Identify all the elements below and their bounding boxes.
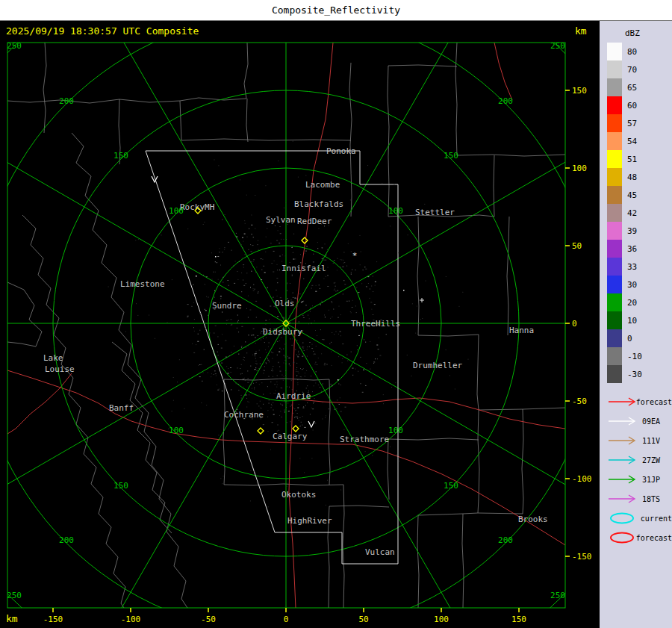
city-label-sylvan: Sylvan <box>266 215 296 225</box>
city-label-threehills: ThreeHills <box>351 319 400 329</box>
city-label-airdrie: Airdrie <box>276 391 311 401</box>
legend-label: forecast <box>635 534 672 542</box>
colorbar-value: 80 <box>622 47 637 57</box>
city-label-lacombe: Lacombe <box>305 180 340 190</box>
legend-ellipse-icon <box>607 530 635 545</box>
colorbar-swatch <box>607 222 622 240</box>
colorbar-swatch <box>607 365 622 383</box>
colorbar-swatch <box>607 276 622 293</box>
bottom-axis-label: 100 <box>434 615 449 624</box>
city-label-okotoks: Okotoks <box>281 490 316 500</box>
county-boundary-line <box>72 133 187 608</box>
colorbar-value: 65 <box>622 83 637 93</box>
city-label-strathmore: Strathmore <box>340 435 389 444</box>
legend-label: current <box>640 514 672 523</box>
legend-label: 27ZW <box>641 456 660 464</box>
legend-item: forecast <box>607 528 672 547</box>
colorbar-swatch <box>607 60 622 78</box>
colorbar-value: 39 <box>622 226 637 236</box>
right-axis-label: -150 <box>572 552 592 562</box>
radar-map-canvas[interactable]: 2025/09/19 18:30:57 UTC Composite km km … <box>0 21 600 628</box>
colorbar-swatch <box>607 311 622 329</box>
site-marker-diamond <box>258 428 264 434</box>
colorbar-value: 54 <box>622 137 637 146</box>
county-boundary-line <box>478 410 523 514</box>
county-boundary-line <box>7 99 180 103</box>
bottom-axis-label: -100 <box>121 615 141 624</box>
colorbar-entry: -10 <box>607 347 672 365</box>
county-boundary-line <box>388 66 494 217</box>
legend-item: 27ZW <box>607 450 672 470</box>
ring-distance-label: 100 <box>169 426 184 435</box>
ring-distance-label: 150 <box>444 481 458 491</box>
city-label-olds: Olds <box>275 299 295 308</box>
legend: forecast09EA111V27ZW31JP18TScurrentforec… <box>607 392 672 547</box>
colorbar-value: 33 <box>622 262 637 272</box>
county-boundary-line <box>329 506 389 507</box>
colorbar-value: 70 <box>622 65 637 75</box>
radar-display-area: 2025/09/19 18:30:57 UTC Composite km km … <box>0 21 600 628</box>
colorbar-entry: 60 <box>607 96 672 114</box>
colorbar-swatch <box>607 240 622 258</box>
ring-distance-label: 250 <box>550 591 565 600</box>
colorbar-swatch <box>607 114 622 132</box>
city-label-hanna: Hanna <box>509 326 534 335</box>
colorbar-swatch <box>607 168 622 186</box>
city-label-limestone: Limestone <box>120 279 165 289</box>
county-boundary-line <box>43 43 46 133</box>
city-label-rockymh: RockyMH <box>180 202 214 212</box>
site-marker-diamond <box>293 426 299 432</box>
colorbar-value: 20 <box>622 298 637 308</box>
colorbar-entry: 80 <box>607 43 672 60</box>
radial-grid-line <box>69 21 286 323</box>
city-label-blackfalds: Blackfalds <box>294 199 343 209</box>
ring-distance-label: 150 <box>444 151 458 161</box>
legend-item: current <box>607 509 672 528</box>
ring-distance-label: 150 <box>113 481 128 491</box>
city-label-calgary: Calgary <box>273 432 308 441</box>
colorbar-value: 36 <box>622 244 637 254</box>
colorbar-entry: 54 <box>607 132 672 150</box>
colorbar-swatch <box>607 132 622 150</box>
city-label-sundre: Sundre <box>212 301 242 311</box>
colorbar-entry: 39 <box>607 222 672 240</box>
colorbar-value: 48 <box>622 172 637 182</box>
colorbar-entry: 45 <box>607 186 672 204</box>
highway-line <box>7 373 72 434</box>
ring-distance-label: 200 <box>498 535 513 545</box>
county-boundary-line <box>462 513 478 608</box>
colorbar-swatch <box>607 204 622 222</box>
colorbar-value: 42 <box>622 208 637 218</box>
colorbar-title: dBZ <box>625 28 672 38</box>
colorbar-entry: 30 <box>607 276 672 293</box>
arrow-symbol <box>308 421 314 427</box>
city-label-louise: Louise <box>45 364 75 374</box>
legend-item: forecast <box>607 392 672 411</box>
county-boundary-line <box>7 282 42 346</box>
county-boundary-line <box>507 217 509 335</box>
right-axis-label: 100 <box>572 164 587 173</box>
bottom-axis-label: 50 <box>358 615 368 624</box>
county-boundary-line <box>417 514 463 608</box>
city-label-didsbury: Didsbury <box>263 327 302 337</box>
colorbar-swatch <box>607 78 622 96</box>
legend-label: 09EA <box>641 417 660 426</box>
city-label-stettler: Stettler <box>415 208 455 217</box>
county-boundary-line <box>343 485 344 608</box>
legend-arrow-icon <box>607 491 641 506</box>
city-label-banff: Banff <box>109 403 134 413</box>
timestamp-label: 2025/09/19 18:30:57 UTC Composite <box>6 25 199 37</box>
ring-distance-label: 200 <box>59 96 74 106</box>
colorbar-entry: 48 <box>607 168 672 186</box>
city-label-lake: Lake <box>43 353 63 363</box>
km-unit-bottom: km <box>6 613 18 624</box>
legend-label: 111V <box>641 437 660 445</box>
highway-line <box>291 443 565 545</box>
legend-arrow-icon <box>607 453 641 467</box>
county-boundary-line <box>522 409 523 514</box>
colorbar-entry: 20 <box>607 293 672 311</box>
county-boundary-line <box>329 379 330 485</box>
ring-distance-label: 200 <box>498 96 513 106</box>
colorbar-entry: 33 <box>607 258 672 276</box>
radar-application: { "window": {"title": "Composite_Reflect… <box>0 0 672 628</box>
